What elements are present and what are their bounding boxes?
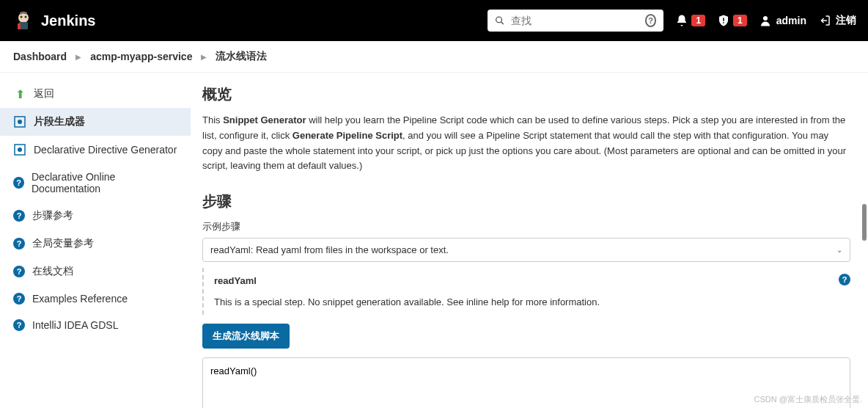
search-input[interactable]: [511, 15, 639, 26]
help-icon: ?: [13, 319, 25, 331]
step-detail-panel: readYaml This is a special step. No snip…: [202, 268, 850, 315]
sidebar-item-label: Declarative Online Documentation: [32, 171, 177, 194]
top-header: Jenkins ? 1 1 admin 注销: [0, 0, 868, 41]
sidebar-item-examples[interactable]: ? Examples Reference: [0, 285, 191, 312]
chevron-right-icon: ▶: [201, 53, 207, 61]
main-content: 概览 This Snippet Generator will help you …: [191, 73, 868, 408]
sidebar: ⬆ 返回 片段生成器 Declarative Directive Generat…: [0, 73, 191, 408]
steps-title: 步骤: [202, 192, 850, 211]
sidebar-item-directive-generator[interactable]: Declarative Directive Generator: [0, 136, 191, 164]
svg-line-6: [501, 22, 504, 24]
help-icon: ?: [13, 210, 25, 222]
breadcrumb-item-2[interactable]: 流水线语法: [216, 50, 267, 63]
selected-step-text: readYaml: Read yaml from files in the wo…: [210, 244, 449, 255]
generate-script-button[interactable]: 生成流水线脚本: [202, 324, 290, 349]
alert-button[interactable]: 1: [717, 14, 747, 27]
step-select[interactable]: readYaml: Read yaml from files in the wo…: [202, 238, 850, 262]
scrollbar-thumb[interactable]: [862, 204, 867, 241]
brand-name: Jenkins: [41, 12, 95, 29]
breadcrumb-item-0[interactable]: Dashboard: [13, 51, 67, 62]
overview-title: 概览: [202, 84, 850, 104]
sidebar-item-declarative-docs[interactable]: ? Declarative Online Documentation: [0, 164, 191, 202]
help-icon: ?: [13, 177, 24, 189]
logout-icon: [818, 14, 831, 27]
shield-icon: [717, 14, 730, 27]
alert-badge: 1: [733, 15, 747, 26]
arrow-up-icon: ⬆: [13, 87, 26, 101]
sidebar-item-gdsl[interactable]: ? IntelliJ IDEA GDSL: [0, 312, 191, 338]
sidebar-item-steps-ref[interactable]: ? 步骤参考: [0, 202, 191, 230]
svg-point-14: [18, 147, 22, 152]
chevron-right-icon: ▶: [76, 53, 81, 61]
script-output[interactable]: [202, 357, 850, 408]
sidebar-item-snippet-generator[interactable]: 片段生成器: [0, 108, 191, 136]
generator-icon: [13, 143, 26, 156]
sidebar-item-back[interactable]: ⬆ 返回: [0, 80, 191, 108]
search-help-icon[interactable]: ?: [645, 14, 657, 27]
sidebar-item-globals-ref[interactable]: ? 全局变量参考: [0, 230, 191, 258]
chevron-down-icon: ⌄: [836, 246, 842, 254]
svg-rect-4: [18, 23, 21, 29]
breadcrumb-item-1[interactable]: acmp-myapp-service: [90, 51, 192, 62]
sidebar-item-label: 全局变量参考: [32, 237, 94, 250]
sidebar-item-label: 返回: [34, 87, 54, 101]
search-icon: [495, 15, 504, 26]
sidebar-item-label: IntelliJ IDEA GDSL: [32, 319, 119, 331]
step-description: This is a special step. No snippet gener…: [214, 296, 840, 307]
logout-label: 注销: [836, 14, 856, 27]
user-icon: [759, 14, 772, 27]
sidebar-item-label: 步骤参考: [32, 209, 73, 222]
notification-button[interactable]: 1: [675, 14, 705, 27]
sidebar-item-label: Declarative Directive Generator: [34, 144, 177, 156]
sidebar-item-label: 片段生成器: [34, 115, 85, 128]
svg-point-3: [25, 16, 27, 18]
sidebar-item-online-docs[interactable]: ? 在线文档: [0, 258, 191, 285]
search-box[interactable]: ?: [488, 10, 663, 32]
bell-icon: [675, 14, 688, 27]
sidebar-item-label: 在线文档: [32, 265, 73, 278]
step-help-icon[interactable]: ?: [839, 274, 850, 285]
svg-point-12: [18, 120, 22, 124]
username: admin: [776, 15, 806, 26]
help-icon: ?: [13, 238, 25, 249]
notif-badge: 1: [691, 15, 705, 26]
svg-point-2: [21, 16, 23, 18]
overview-description: This Snippet Generator will help you lea…: [202, 113, 850, 174]
breadcrumb: Dashboard ▶ acmp-myapp-service ▶ 流水线语法: [0, 41, 868, 73]
help-icon: ?: [13, 293, 25, 305]
logout-button[interactable]: 注销: [818, 14, 856, 27]
svg-point-9: [763, 16, 768, 21]
generator-icon: [13, 115, 26, 128]
svg-point-5: [496, 17, 502, 23]
watermark: CSDN @富士康质检员张全蛋.: [754, 394, 862, 405]
user-menu[interactable]: admin: [759, 14, 806, 27]
example-step-label: 示例步骤: [202, 220, 850, 233]
sidebar-item-label: Examples Reference: [32, 293, 128, 305]
help-icon: ?: [13, 266, 25, 277]
svg-rect-7: [723, 18, 724, 21]
step-name: readYaml: [214, 275, 840, 286]
jenkins-icon: [12, 9, 35, 32]
logo-area[interactable]: Jenkins: [12, 9, 95, 32]
svg-rect-8: [723, 22, 724, 23]
